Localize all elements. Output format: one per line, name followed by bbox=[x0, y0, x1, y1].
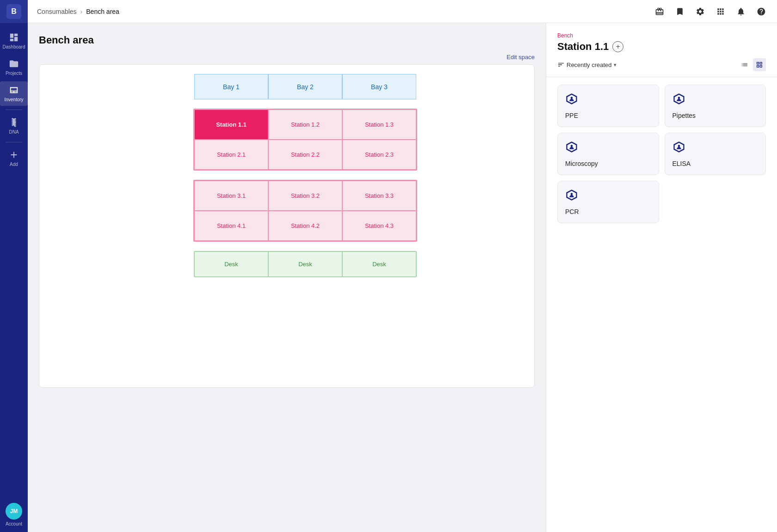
view-toggle bbox=[738, 58, 766, 71]
sidebar-item-dna[interactable]: DNA bbox=[0, 114, 28, 138]
desk-cell-2[interactable]: Desk bbox=[268, 251, 342, 277]
settings-icon[interactable] bbox=[694, 5, 707, 18]
station-title-row: Station 1.1 + bbox=[557, 41, 766, 53]
station-cell-1-1[interactable]: Station 1.1 bbox=[194, 110, 268, 140]
microscopy-icon bbox=[565, 141, 651, 155]
station-group-2: Station 3.1 Station 3.2 Station 3.3 Stat… bbox=[86, 180, 525, 242]
content-area: Bench area Edit space Bay 1 Bay 2 Bay 3 … bbox=[28, 23, 777, 532]
sidebar-bottom: JM Account bbox=[6, 497, 22, 532]
category-name-pcr: PCR bbox=[565, 208, 651, 215]
bookmark-icon[interactable] bbox=[673, 5, 686, 18]
station-cell-2-1[interactable]: Station 2.1 bbox=[194, 140, 268, 170]
account-label: Account bbox=[6, 521, 22, 526]
list-view-button[interactable] bbox=[738, 58, 751, 71]
breadcrumb-parent[interactable]: Consumables bbox=[37, 8, 77, 15]
sidebar: B Dashboard Projects Inventory bbox=[0, 0, 28, 532]
sidebar-item-inventory[interactable]: Inventory bbox=[0, 81, 28, 106]
sidebar-item-label-inventory: Inventory bbox=[4, 97, 23, 102]
station-group-1: Station 1.1 Station 1.2 Station 1.3 Stat… bbox=[86, 109, 525, 171]
category-name-ppe: PPE bbox=[565, 112, 651, 119]
logo-box[interactable]: B bbox=[6, 4, 21, 19]
breadcrumb-chevron-icon: › bbox=[80, 8, 83, 15]
category-card-pipettes[interactable]: Pipettes bbox=[665, 85, 766, 127]
bench-label: Bench bbox=[557, 32, 766, 39]
edit-space-button[interactable]: Edit space bbox=[506, 54, 535, 61]
desk-cell-1[interactable]: Desk bbox=[194, 251, 268, 277]
panel-controls: Recently created ▾ bbox=[557, 58, 766, 71]
category-card-ppe[interactable]: PPE bbox=[557, 85, 659, 127]
gift-icon[interactable] bbox=[653, 5, 666, 18]
sidebar-item-add[interactable]: Add bbox=[0, 146, 28, 171]
category-card-microscopy[interactable]: Microscopy bbox=[557, 133, 659, 175]
list-icon bbox=[741, 61, 748, 68]
bay-row: Bay 1 Bay 2 Bay 3 bbox=[86, 74, 525, 99]
dashboard-icon bbox=[9, 32, 19, 43]
right-panel: Bench Station 1.1 + Recently created ▾ bbox=[546, 23, 777, 532]
station-cell-4-2[interactable]: Station 4.2 bbox=[268, 211, 342, 241]
station-cell-3-2[interactable]: Station 3.2 bbox=[268, 181, 342, 211]
breadcrumb-current: Bench area bbox=[86, 8, 119, 15]
desk-cell-3[interactable]: Desk bbox=[342, 251, 416, 277]
sidebar-logo: B bbox=[0, 0, 28, 23]
add-icon bbox=[9, 150, 19, 160]
page-title: Bench area bbox=[39, 34, 535, 46]
station-title: Station 1.1 bbox=[557, 41, 609, 53]
sidebar-item-dashboard[interactable]: Dashboard bbox=[0, 29, 28, 53]
sidebar-item-label-add: Add bbox=[10, 162, 18, 167]
sidebar-divider bbox=[6, 110, 22, 110]
left-panel: Bench area Edit space Bay 1 Bay 2 Bay 3 … bbox=[28, 23, 546, 532]
sort-icon bbox=[557, 61, 565, 68]
sidebar-item-label-dna: DNA bbox=[9, 129, 18, 135]
sidebar-divider-2 bbox=[6, 142, 22, 142]
grid-view-button[interactable] bbox=[753, 58, 766, 71]
bay-cell-3[interactable]: Bay 3 bbox=[342, 74, 416, 99]
category-name-pipettes: Pipettes bbox=[672, 112, 758, 119]
projects-icon bbox=[9, 59, 19, 69]
station-cell-3-3[interactable]: Station 3.3 bbox=[342, 181, 416, 211]
sort-button[interactable]: Recently created ▾ bbox=[557, 61, 617, 68]
dna-icon bbox=[9, 117, 19, 128]
topbar-icons bbox=[653, 5, 768, 18]
categories-grid: PPE Pipettes bbox=[546, 77, 777, 231]
station-grid-2: Station 3.1 Station 3.2 Station 3.3 Stat… bbox=[193, 180, 417, 242]
inventory-icon bbox=[9, 85, 19, 95]
right-panel-header: Bench Station 1.1 + Recently created ▾ bbox=[546, 23, 777, 77]
grid-icon bbox=[756, 61, 763, 68]
bay-cell-2[interactable]: Bay 2 bbox=[268, 74, 342, 99]
apps-icon[interactable] bbox=[714, 5, 727, 18]
topbar: Consumables › Bench area bbox=[28, 0, 777, 23]
add-station-button[interactable]: + bbox=[612, 41, 623, 52]
bench-canvas: Bay 1 Bay 2 Bay 3 Station 1.1 Station 1.… bbox=[39, 64, 535, 388]
chevron-down-icon: ▾ bbox=[614, 62, 617, 68]
sidebar-item-projects[interactable]: Projects bbox=[0, 55, 28, 79]
station-cell-1-2[interactable]: Station 1.2 bbox=[268, 110, 342, 140]
station-cell-4-1[interactable]: Station 4.1 bbox=[194, 211, 268, 241]
main-wrapper: Consumables › Bench area bbox=[28, 0, 777, 532]
station-grid-1: Station 1.1 Station 1.2 Station 1.3 Stat… bbox=[193, 109, 417, 171]
avatar[interactable]: JM bbox=[6, 503, 22, 520]
desk-row: Desk Desk Desk bbox=[86, 251, 525, 277]
bell-icon[interactable] bbox=[734, 5, 747, 18]
pcr-icon bbox=[565, 189, 651, 203]
ppe-icon bbox=[565, 92, 651, 107]
sidebar-item-label-projects: Projects bbox=[6, 71, 22, 76]
help-icon[interactable] bbox=[755, 5, 768, 18]
desk-grid: Desk Desk Desk bbox=[194, 251, 417, 277]
station-cell-4-3[interactable]: Station 4.3 bbox=[342, 211, 416, 241]
breadcrumb: Consumables › Bench area bbox=[37, 8, 119, 15]
station-cell-1-3[interactable]: Station 1.3 bbox=[342, 110, 416, 140]
station-cell-2-2[interactable]: Station 2.2 bbox=[268, 140, 342, 170]
bay-cell-1[interactable]: Bay 1 bbox=[194, 74, 268, 99]
station-cell-2-3[interactable]: Station 2.3 bbox=[342, 140, 416, 170]
sidebar-nav: Dashboard Projects Inventory DNA bbox=[0, 23, 28, 497]
sort-label: Recently created bbox=[567, 61, 612, 68]
category-name-elisa: ELISA bbox=[672, 160, 758, 167]
category-card-elisa[interactable]: ELISA bbox=[665, 133, 766, 175]
elisa-icon bbox=[672, 141, 758, 155]
edit-space-row: Edit space bbox=[39, 54, 535, 61]
pipettes-icon bbox=[672, 92, 758, 107]
station-cell-3-1[interactable]: Station 3.1 bbox=[194, 181, 268, 211]
sidebar-item-label-dashboard: Dashboard bbox=[3, 44, 25, 49]
category-name-microscopy: Microscopy bbox=[565, 160, 651, 167]
category-card-pcr[interactable]: PCR bbox=[557, 181, 659, 223]
